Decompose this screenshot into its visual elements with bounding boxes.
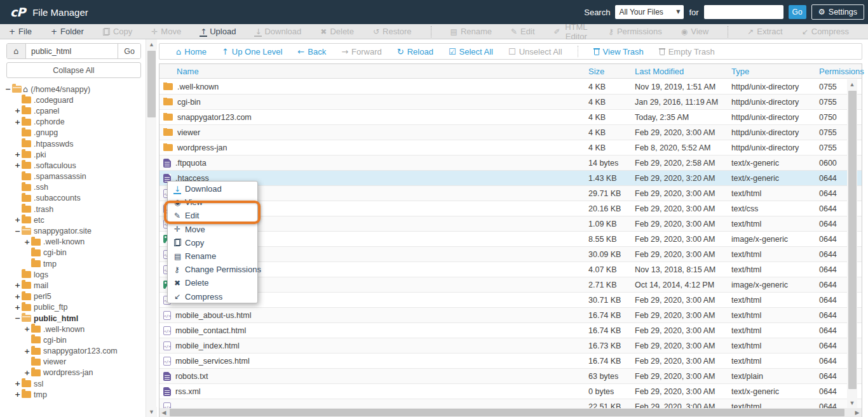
expand-plus-icon[interactable]: +	[24, 238, 31, 246]
scroll-down-icon[interactable]: ▼	[146, 407, 157, 417]
table-row[interactable]: 4.07 KBNov 13, 2018, 8:15 AMtext/html064…	[159, 262, 862, 277]
tree-item-cgi-bin[interactable]: cgi-bin	[0, 248, 145, 258]
collapse-all-button[interactable]: Collapse All	[6, 62, 141, 78]
tree-item-htpasswds[interactable]: .htpasswds	[0, 138, 145, 149]
table-row[interactable]: 22.51 KBFeb 29, 2020, 3:00 AMtext/html06…	[159, 399, 862, 408]
collapse-minus-icon[interactable]: −	[5, 85, 12, 93]
home-addon-button[interactable]: ⌂	[7, 44, 26, 58]
tree-item-mail[interactable]: +mail	[0, 280, 145, 291]
context-menu-change-permissions[interactable]: ⚷Change Permissions	[168, 263, 257, 276]
table-row[interactable]: .ftpquota14 bytesFeb 29, 2020, 2:58 AMte…	[159, 156, 862, 171]
expand-plus-icon[interactable]: +	[15, 107, 22, 115]
scroll-right-icon[interactable]: ▶	[853, 408, 862, 417]
table-row[interactable]: 8.55 KBFeb 29, 2020, 3:00 AMimage/x-gene…	[159, 232, 862, 247]
tree-item-public-html[interactable]: −public_html	[0, 313, 145, 324]
tree-item-pki[interactable]: +.pki	[0, 149, 145, 160]
column-header-name[interactable]: Name	[159, 67, 588, 76]
actionbar-home-link[interactable]: ⌂Home	[176, 47, 207, 56]
expand-plus-icon[interactable]: +	[15, 150, 22, 159]
scroll-up-icon[interactable]: ▲	[146, 39, 157, 50]
expand-plus-icon[interactable]: +	[15, 303, 22, 312]
tree-item-snappygator123-com[interactable]: +snappygator123.com	[0, 346, 145, 357]
tree-item-public-ftp[interactable]: +public_ftp	[0, 302, 145, 313]
scrollbar-thumb[interactable]	[147, 51, 156, 117]
expand-plus-icon[interactable]: +	[15, 390, 22, 399]
table-row[interactable]: viewer4 KBFeb 29, 2020, 3:00 AMhttpd/uni…	[159, 125, 862, 140]
tree-item-wordpress-jan[interactable]: +wordpress-jan	[0, 367, 145, 378]
table-row[interactable]: 20.16 KBFeb 29, 2020, 3:00 AMtext/css064…	[159, 201, 862, 216]
context-menu-move[interactable]: ✛Move	[168, 223, 257, 236]
toolbar-upload-button[interactable]: ↑Upload	[200, 27, 236, 36]
table-row[interactable]: 2.71 KBOct 14, 2014, 4:12 PMimage/x-gene…	[159, 277, 862, 293]
expand-plus-icon[interactable]: +	[15, 161, 22, 169]
path-go-button[interactable]: Go	[118, 44, 140, 58]
scroll-left-icon[interactable]: ◀	[159, 408, 168, 417]
search-scope-select[interactable]: All Your Files ▼	[615, 5, 684, 19]
context-menu-delete[interactable]: ✖Delete	[168, 276, 257, 289]
tree-item-well-known[interactable]: +.well-known	[0, 237, 145, 248]
tree-item-logs[interactable]: logs	[0, 269, 145, 280]
settings-button[interactable]: ⚙ Settings	[811, 4, 864, 20]
table-row[interactable]: wordpress-jan4 KBFeb 8, 2020, 5:52 AMhtt…	[159, 140, 862, 156]
tree-item-snappygator-site[interactable]: −snappygator.site	[0, 225, 145, 236]
tree-item-cphorde[interactable]: +.cphorde	[0, 117, 145, 128]
column-header-last-modified[interactable]: Last Modified	[635, 67, 731, 76]
collapse-minus-icon[interactable]: −	[15, 227, 22, 235]
expand-plus-icon[interactable]: +	[15, 118, 22, 126]
column-header-type[interactable]: Type	[731, 67, 819, 76]
table-row[interactable]: mobile_services.html16.74 KBFeb 29, 2020…	[159, 354, 862, 369]
scroll-up-icon[interactable]: ▲	[847, 79, 857, 89]
tree-item-softaculous[interactable]: +.softaculous	[0, 160, 145, 171]
table-row[interactable]: .well-known4 KBNov 19, 2019, 1:51 AMhttp…	[159, 79, 862, 95]
tree-item-cpanel[interactable]: +.cpanel	[0, 105, 145, 116]
tree-item-spamassassin[interactable]: .spamassassin	[0, 171, 145, 182]
tree-item-viewer[interactable]: viewer	[0, 357, 145, 367]
context-menu-compress[interactable]: ↙Compress	[168, 290, 257, 303]
actionbar-view-trash-link[interactable]: View Trash	[593, 47, 644, 56]
table-row[interactable]: mobile_contact.html16.74 KBFeb 29, 2020,…	[159, 323, 862, 338]
expand-plus-icon[interactable]: +	[15, 293, 22, 301]
actionbar-reload-link[interactable]: ↻Reload	[397, 47, 433, 56]
table-row[interactable]: 30.09 KBFeb 29, 2020, 3:00 AMtext/html06…	[159, 247, 862, 262]
context-menu-view[interactable]: ◉View	[168, 195, 257, 209]
tree-item-perl5[interactable]: +perl5	[0, 291, 145, 302]
tree-item-ssl[interactable]: +ssl	[0, 378, 145, 389]
expand-plus-icon[interactable]: +	[15, 380, 22, 388]
table-row[interactable]: 29.71 KBFeb 29, 2020, 3:00 AMtext/html06…	[159, 186, 862, 201]
tree-item-gnupg[interactable]: .gnupg	[0, 128, 145, 138]
expand-plus-icon[interactable]: +	[15, 216, 22, 224]
table-row[interactable]: 1.09 KBFeb 29, 2020, 3:00 AMtext/html064…	[159, 216, 862, 232]
tree-item-tmp[interactable]: tmp	[0, 258, 145, 269]
tree-item-home4-snappy[interactable]: −⌂(/home4/snappy)	[0, 84, 145, 95]
tree-item-codeguard[interactable]: .codeguard	[0, 95, 145, 105]
path-input[interactable]	[26, 44, 118, 58]
sidebar-scrollbar[interactable]: ▲ ▼	[146, 39, 156, 417]
scroll-down-icon[interactable]: ▼	[847, 398, 857, 408]
column-header-permissions[interactable]: Permissions	[819, 67, 864, 76]
table-vertical-scrollbar[interactable]: ▲ ▼	[847, 79, 857, 408]
context-menu-download[interactable]: ↓Download	[168, 182, 257, 195]
tree-item-etc[interactable]: +etc	[0, 215, 145, 225]
table-row[interactable]: rss.xml0 bytesFeb 29, 2020, 3:00 AMtext/…	[159, 384, 862, 399]
table-row[interactable]: snappygator123.com4 KBToday, 2:35 AMhttp…	[159, 110, 862, 125]
tree-item-cgi-bin[interactable]: cgi-bin	[0, 334, 145, 345]
column-header-size[interactable]: Size	[588, 67, 635, 76]
context-menu-edit[interactable]: ✎Edit	[168, 209, 257, 222]
actionbar-select-all-link[interactable]: ☑Select All	[449, 47, 493, 56]
toolbar-folder-button[interactable]: +Folder	[51, 27, 84, 36]
table-row-selected[interactable]: .htaccess1.43 KBFeb 29, 2020, 3:20 AMtex…	[159, 171, 862, 186]
actionbar-up-one-level-link[interactable]: ↑Up One Level	[222, 47, 282, 56]
table-row[interactable]: robots.txt63 bytesFeb 29, 2020, 3:00 AMt…	[159, 369, 862, 384]
tree-item-trash[interactable]: .trash	[0, 204, 145, 215]
actionbar-back-link[interactable]: ←Back	[297, 47, 326, 56]
expand-plus-icon[interactable]: +	[24, 325, 31, 333]
table-row[interactable]: mobile_about-us.html16.74 KBFeb 29, 2020…	[159, 308, 862, 323]
table-row[interactable]: 30.71 KBFeb 29, 2020, 3:00 AMtext/html06…	[159, 293, 862, 308]
scrollbar-thumb[interactable]	[848, 91, 857, 389]
tree-item-ssh[interactable]: .ssh	[0, 182, 145, 193]
context-menu-copy[interactable]: Copy	[168, 236, 257, 249]
expand-plus-icon[interactable]: +	[15, 281, 22, 289]
expand-plus-icon[interactable]: +	[24, 369, 31, 377]
context-menu-rename[interactable]: ▤Rename	[168, 249, 257, 263]
table-row[interactable]: cgi-bin4 KBJan 29, 2016, 11:19 AMhttpd/u…	[159, 95, 862, 110]
